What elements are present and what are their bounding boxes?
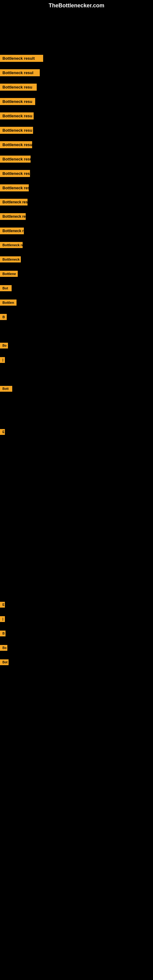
bottleneck-badge[interactable]: Bottleneck resu — [0, 170, 30, 177]
bottleneck-badge[interactable]: | — [0, 357, 5, 363]
bottleneck-badge[interactable]: Bottlen — [0, 299, 16, 305]
bottleneck-badge[interactable]: Bottleneck resul — [0, 69, 40, 76]
bottleneck-badge[interactable]: Bottleneck re — [0, 242, 22, 248]
bottleneck-badge[interactable]: | — [0, 616, 5, 622]
bottleneck-badge[interactable]: Bottleneck resu — [0, 199, 27, 205]
bottleneck-badge[interactable]: Bottleneck resu — [0, 156, 30, 162]
bottleneck-badge[interactable]: Bottleneck resu — [0, 112, 33, 119]
bottleneck-badge[interactable]: Bot — [0, 285, 12, 291]
bottleneck-badge[interactable]: B — [0, 630, 5, 636]
bottleneck-badge[interactable]: B — [0, 314, 7, 320]
bottleneck-badge[interactable]: Bottleneck resu — [0, 141, 32, 148]
bottleneck-badge[interactable]: Bo — [0, 343, 8, 348]
bottleneck-badge[interactable]: Bott — [0, 386, 12, 392]
bottleneck-badge[interactable]: Bottleneck re — [0, 228, 24, 234]
bottleneck-badge[interactable]: Bottleneck r — [0, 256, 21, 262]
site-title: TheBottlenecker.com — [0, 0, 153, 11]
bottleneck-badge[interactable]: Bottleneck resu — [0, 98, 35, 105]
bottleneck-badge[interactable]: E — [0, 602, 5, 608]
bottleneck-badge[interactable]: Bot — [0, 659, 9, 665]
bottleneck-badge[interactable]: Bottleneck res — [0, 213, 26, 220]
bottleneck-badge[interactable]: Bottlene — [0, 271, 18, 277]
bottleneck-badge[interactable]: Bottleneck resu — [0, 127, 33, 134]
bottleneck-badge[interactable]: Bottleneck resu — [0, 84, 37, 91]
bottleneck-badge[interactable]: Bo — [0, 645, 7, 651]
bottleneck-badge[interactable]: Bottleneck result — [0, 55, 43, 62]
bottleneck-badge[interactable]: E — [0, 429, 5, 435]
bottleneck-badge[interactable]: Bottleneck resu — [0, 185, 29, 191]
